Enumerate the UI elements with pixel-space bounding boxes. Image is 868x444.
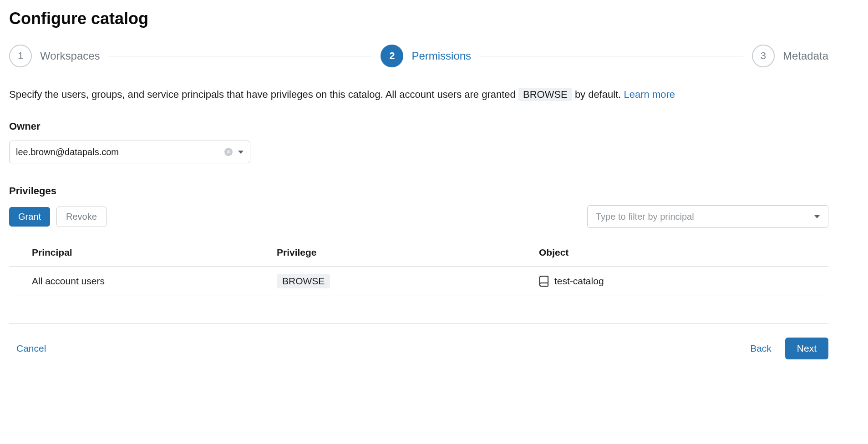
step-number-1: 1 — [9, 45, 32, 67]
back-button[interactable]: Back — [743, 338, 779, 358]
cancel-button[interactable]: Cancel — [9, 338, 53, 358]
chevron-down-icon — [238, 151, 244, 154]
header-privilege: Privilege — [271, 239, 533, 267]
cell-object: test-catalog — [554, 276, 604, 287]
header-object: Object — [533, 239, 828, 267]
cell-principal: All account users — [9, 267, 271, 296]
step-metadata[interactable]: 3 Metadata — [752, 45, 828, 67]
next-button[interactable]: Next — [785, 338, 828, 359]
filter-placeholder: Type to filter by principal — [596, 212, 814, 222]
privilege-badge: BROWSE — [277, 274, 330, 288]
revoke-button[interactable]: Revoke — [56, 207, 107, 227]
step-label-permissions: Permissions — [411, 50, 471, 62]
page-title: Configure catalog — [9, 9, 828, 28]
step-number-3: 3 — [752, 45, 775, 67]
step-label-metadata: Metadata — [783, 50, 828, 62]
owner-label: Owner — [9, 121, 828, 132]
filter-principal-select[interactable]: Type to filter by principal — [587, 205, 828, 228]
stepper: 1 Workspaces 2 Permissions 3 Metadata — [9, 45, 828, 67]
footer: Cancel Back Next — [9, 323, 828, 359]
description-after: by default. — [575, 89, 624, 100]
table-row[interactable]: All account users BROWSE test-catalog — [9, 267, 828, 296]
header-principal: Principal — [9, 239, 271, 267]
chevron-down-icon — [814, 215, 820, 218]
privileges-label: Privileges — [9, 185, 828, 197]
step-label-workspaces: Workspaces — [40, 50, 100, 62]
owner-select[interactable]: lee.brown@datapals.com ✕ — [9, 141, 250, 163]
clear-icon[interactable]: ✕ — [224, 148, 233, 156]
step-number-2: 2 — [381, 45, 403, 67]
learn-more-link[interactable]: Learn more — [624, 89, 675, 100]
browse-badge: BROWSE — [518, 88, 572, 101]
catalog-icon — [539, 275, 549, 287]
owner-value: lee.brown@datapals.com — [16, 147, 224, 157]
description-text: Specify the users, groups, and service p… — [9, 86, 828, 102]
step-workspaces[interactable]: 1 Workspaces — [9, 45, 100, 67]
step-divider — [109, 56, 372, 56]
step-divider — [480, 56, 743, 56]
description-before: Specify the users, groups, and service p… — [9, 89, 518, 100]
privileges-table: Principal Privilege Object All account u… — [9, 239, 828, 296]
step-permissions[interactable]: 2 Permissions — [381, 45, 471, 67]
grant-button[interactable]: Grant — [9, 207, 50, 227]
